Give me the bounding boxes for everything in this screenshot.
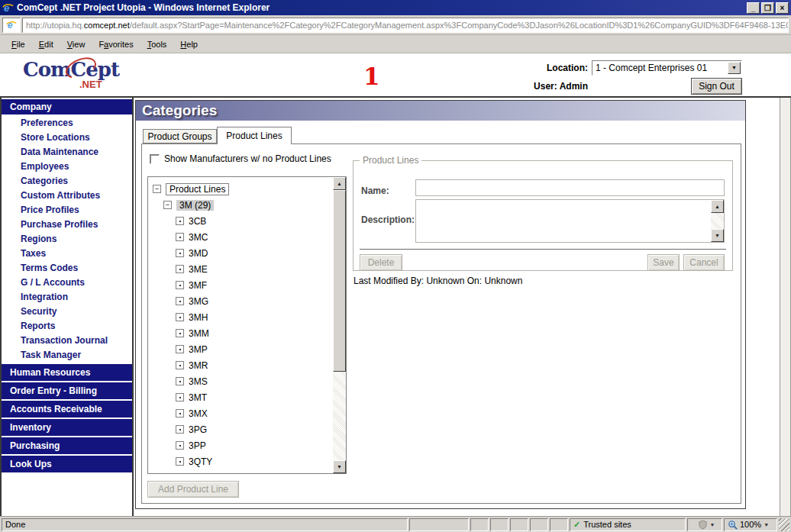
sidebar-item[interactable]: Transaction Journal [2,334,132,348]
sidebar-item[interactable]: G / L Accounts [2,276,132,290]
close-button[interactable]: × [776,2,789,14]
location-dropdown-arrow-icon[interactable]: ▼ [728,62,741,74]
tree-leaf-label[interactable]: 3MD [189,248,208,259]
tree-root-label[interactable]: Product Lines [166,183,229,195]
tree-leaf-label[interactable]: 3PG [189,424,207,435]
tree-leaf-row[interactable]: 3ME [153,261,333,277]
sidebar-section-header[interactable]: Purchasing [2,437,132,454]
add-product-line-button[interactable]: Add Product Line [147,481,239,498]
tree-leaf-row[interactable]: 3MS [153,373,333,389]
tree-leaf-label[interactable]: 3MS [189,376,208,387]
sidebar-section-header[interactable]: Order Entry - Billing [2,382,132,399]
tree-leaf-row[interactable]: 3MD [153,245,333,261]
scroll-thumb[interactable] [333,190,346,372]
menu-help[interactable]: Help [173,37,205,51]
sidebar-section-header[interactable]: Accounts Receivable [2,401,132,418]
tree-leaf-icon[interactable] [176,345,184,353]
scroll-up-button[interactable]: ▲ [711,200,724,213]
sidebar-item[interactable]: Regions [2,232,132,247]
tree-leaf-label[interactable]: 3MF [189,280,207,291]
tree-group-label-selected[interactable]: 3M (29) [176,200,214,211]
tree-leaf-icon[interactable] [176,281,184,289]
tree-leaf-row[interactable]: 3MR [153,357,333,373]
description-field[interactable]: ▲ ▼ [415,199,725,243]
tree-leaf-icon[interactable] [176,249,184,257]
tree-leaf-label[interactable]: 3QTY [189,456,212,467]
tree-leaf-label[interactable]: 3ME [189,264,208,275]
sidebar-section-header[interactable]: Inventory [2,419,132,436]
tree-leaf-icon[interactable] [176,329,184,337]
description-scrollbar[interactable]: ▲ ▼ [711,200,724,242]
menu-file[interactable]: File [5,37,32,51]
tree-leaf-icon[interactable] [176,313,184,321]
window-scrollbar[interactable] [780,98,791,516]
sidebar-item[interactable]: Data Maintenance [2,145,132,160]
tree-leaf-row[interactable]: 3MX [153,405,333,421]
maximize-button[interactable]: ❐ [761,2,774,14]
tree-leaf-row[interactable]: 3PP [153,437,333,453]
tree-leaf-icon[interactable] [176,441,184,450]
tree-leaf-row[interactable]: 3MG [153,293,333,309]
sidebar-item[interactable]: Price Profiles [2,203,132,218]
save-button[interactable]: Save [647,254,680,271]
delete-button[interactable]: Delete [360,254,402,271]
sidebar-item[interactable]: Store Locations [2,131,132,145]
sidebar-item[interactable]: Taxes [2,247,132,261]
sidebar-section-header[interactable]: Look Ups [2,456,132,472]
tree-group-row[interactable]: − 3M (29) [153,197,333,213]
tree-leaf-icon[interactable] [176,361,184,369]
scroll-up-button[interactable]: ▲ [333,177,346,190]
dropdown-arrow-icon[interactable]: ▼ [764,519,769,530]
tree-scrollbar[interactable]: ▲ ▼ [333,177,346,473]
tree-leaf-icon[interactable] [176,409,184,418]
sidebar-item[interactable]: Task Manager [2,348,132,363]
cancel-button[interactable]: Cancel [683,254,725,271]
tree-leaf-row[interactable]: 3MC [153,229,333,245]
minimize-button[interactable]: _ [747,2,760,14]
collapse-icon[interactable]: − [163,201,172,209]
tree-leaf-label[interactable]: 3CB [189,216,206,227]
tree-leaf-icon[interactable] [176,233,184,241]
tree-leaf-label[interactable]: 3MG [189,296,208,307]
tab-product-groups[interactable]: Product Groups [143,129,217,143]
tree-leaf-row[interactable]: 3MH [153,309,333,325]
collapse-icon[interactable]: − [153,185,161,193]
sidebar-item[interactable]: Categories [2,174,132,189]
tree-root-row[interactable]: − Product Lines [153,181,333,197]
sign-out-button[interactable]: Sign Out [691,78,742,95]
tree-leaf-icon[interactable] [176,393,184,401]
tree-leaf-label[interactable]: 3PP [189,440,206,451]
tree-leaf-icon[interactable] [176,265,184,273]
tree-leaf-label[interactable]: 3MR [189,360,208,371]
menu-favorites[interactable]: Favorites [92,37,140,51]
menu-edit[interactable]: Edit [32,37,60,51]
sidebar-item[interactable]: Integration [2,290,132,305]
menu-tools[interactable]: Tools [140,37,174,51]
sidebar-item[interactable]: Purchase Profiles [2,218,132,232]
sidebar-item[interactable]: Custom Attributes [2,189,132,203]
tree-leaf-row[interactable]: 3MP [153,341,333,357]
tree-leaf-label[interactable]: 3MT [189,392,207,403]
tree-leaf-row[interactable]: 3MM [153,325,333,341]
tree-leaf-icon[interactable] [176,217,184,225]
tree-leaf-label[interactable]: 3MX [189,408,208,419]
show-manufacturers-checkbox[interactable] [150,154,160,164]
sidebar-item[interactable]: Reports [2,319,132,334]
sidebar-item[interactable]: Preferences [2,116,132,131]
url-field[interactable]: http://utopia.hq.comcept.net/default.asp… [22,18,789,33]
name-field[interactable] [415,179,725,196]
tree-leaf-label[interactable]: 3MP [189,344,208,355]
scroll-down-button[interactable]: ▼ [333,460,346,473]
tree-leaf-row[interactable]: 3CB [153,213,333,229]
sidebar-section-company[interactable]: Company [2,99,132,114]
tree-leaf-label[interactable]: 3MM [189,328,209,339]
tree-leaf-label[interactable]: 3MH [189,312,208,323]
zoom-panel[interactable]: 100% ▼ [724,518,777,531]
scroll-down-button[interactable]: ▼ [711,229,724,242]
sidebar-section-header[interactable]: Human Resources [2,364,132,381]
dropdown-arrow-icon[interactable]: ▼ [710,519,715,530]
sidebar-item[interactable]: Terms Codes [2,261,132,276]
tree-leaf-icon[interactable] [176,425,184,434]
protected-mode-panel[interactable]: ▼ [687,518,722,531]
tree-leaf-icon[interactable] [176,377,184,385]
